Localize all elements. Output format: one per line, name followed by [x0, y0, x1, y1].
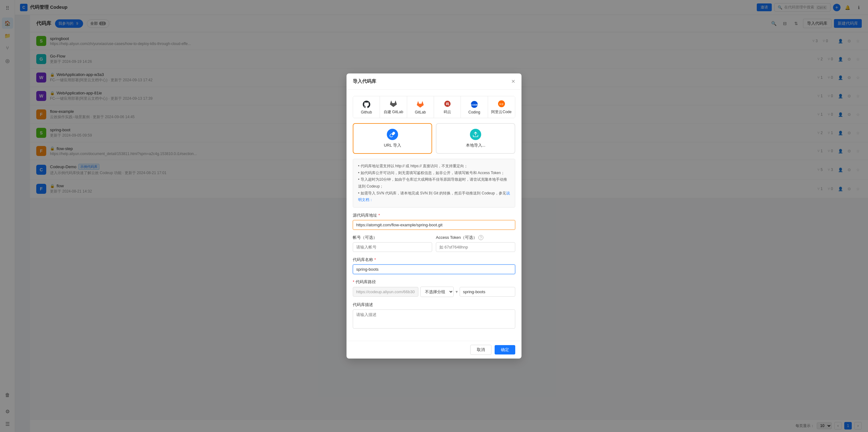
token-input[interactable] — [436, 242, 515, 252]
url-import-btn[interactable]: URL 导入 — [353, 123, 432, 154]
modal-title: 导入代码库 — [353, 79, 376, 84]
svg-text:码: 码 — [445, 102, 449, 106]
cancel-button[interactable]: 取消 — [470, 345, 492, 355]
repo-desc-label: 代码库描述 — [353, 302, 515, 308]
repo-path-form-row: * 代码库路径 不选择分组 ▾ — [353, 279, 515, 297]
repo-desc-form-row: 代码库描述 — [353, 302, 515, 330]
local-import-icon — [470, 129, 481, 140]
source-tabs: Github 自建 GitLab GitLab 码 — [353, 96, 515, 118]
modal-footer: 取消 确定 — [346, 341, 522, 359]
modal-body: Github 自建 GitLab GitLab 码 — [346, 90, 522, 341]
url-import-icon — [387, 129, 398, 140]
token-field: Access Token（可选） ? — [436, 235, 515, 252]
modal-close-button[interactable]: ✕ — [511, 79, 515, 84]
coding-icon: CODE — [470, 100, 479, 109]
source-tab-gitlab-label: GitLab — [415, 110, 426, 115]
path-suffix-input[interactable] — [460, 287, 515, 297]
import-type-row: URL 导入 本地导入... — [353, 123, 515, 154]
url-input[interactable] — [353, 220, 515, 230]
repo-path-label: * 代码库路径 — [353, 279, 515, 285]
source-tab-aliyuncode[interactable]: 阿里 阿里云Code — [488, 96, 515, 118]
info-box: • 代码库地址需支持以 http:// 或 https:// 直接访问，不支持重… — [353, 159, 515, 208]
source-tab-coding-label: Coding — [468, 110, 480, 115]
modal-overlay[interactable]: 导入代码库 ✕ Github 自建 GitLab — [0, 0, 868, 432]
account-input[interactable] — [353, 242, 432, 252]
repo-desc-textarea[interactable] — [353, 309, 515, 329]
repo-name-input[interactable] — [353, 265, 515, 274]
info-line-1: • 代码库地址需支持以 http:// 或 https:// 直接访问，不支持重… — [358, 163, 510, 170]
source-tab-aliyuncode-label: 阿里云Code — [491, 110, 512, 115]
url-required-mark: * — [378, 213, 380, 218]
svg-text:阿里: 阿里 — [499, 103, 504, 105]
info-line-4: • 如需导入 SVN 代码库，请本地完成 SVN 到 Git 的转换，然后手动推… — [358, 190, 510, 204]
repo-path-required-mark: * — [353, 279, 354, 284]
path-arrow-icon: ▾ — [456, 289, 458, 294]
source-tab-gitlab[interactable]: GitLab — [407, 96, 434, 118]
account-token-row: 帐号（可选） Access Token（可选） ? — [353, 235, 515, 252]
local-import-btn[interactable]: 本地导入... — [436, 123, 515, 154]
account-field: 帐号（可选） — [353, 235, 432, 252]
source-tab-selfgitlab-label: 自建 GitLab — [384, 110, 403, 115]
repo-name-required-mark: * — [374, 257, 376, 262]
info-line-2: • 如代码库公开可访问，则无需填写鉴权信息，如非公开，请填写账号和 Access… — [358, 170, 510, 177]
source-tab-github[interactable]: Github — [353, 96, 380, 118]
source-tab-coding[interactable]: CODE Coding — [461, 96, 488, 118]
svg-text:CODE: CODE — [470, 103, 478, 106]
source-tab-selfgitlab[interactable]: 自建 GitLab — [380, 96, 407, 118]
aliyuncode-icon: 阿里 — [497, 99, 506, 108]
url-form-row: 源代码库地址 * — [353, 213, 515, 230]
confirm-button[interactable]: 确定 — [495, 345, 515, 354]
local-import-label: 本地导入... — [466, 143, 486, 148]
repo-name-form-row: 代码库名称 * — [353, 257, 515, 274]
token-label: Access Token（可选） ? — [436, 235, 515, 240]
source-tab-github-label: Github — [361, 110, 372, 115]
info-line-3: • 导入超时为10分钟，如由于仓库过大或网络不佳等原因导致超时，请尝试克隆本地手… — [358, 176, 510, 190]
source-tab-mayun[interactable]: 码 码云 — [434, 96, 461, 118]
path-group-select[interactable]: 不选择分组 — [420, 287, 454, 297]
url-import-label: URL 导入 — [384, 143, 401, 148]
info-link[interactable]: 说明文档： — [358, 191, 510, 202]
url-label: 源代码库地址 * — [353, 213, 515, 218]
token-help-icon[interactable]: ? — [478, 235, 484, 240]
path-row: 不选择分组 ▾ — [353, 287, 515, 297]
import-modal: 导入代码库 ✕ Github 自建 GitLab — [346, 73, 522, 359]
github-icon — [362, 100, 371, 109]
account-label: 帐号（可选） — [353, 235, 432, 240]
modal-header: 导入代码库 ✕ — [346, 73, 522, 90]
source-tab-mayun-label: 码云 — [444, 110, 451, 115]
gitlab-icon — [416, 100, 425, 109]
mayun-icon: 码 — [443, 99, 452, 108]
selfgitlab-icon — [389, 99, 398, 108]
repo-name-label: 代码库名称 * — [353, 257, 515, 263]
path-prefix-input — [353, 287, 418, 297]
